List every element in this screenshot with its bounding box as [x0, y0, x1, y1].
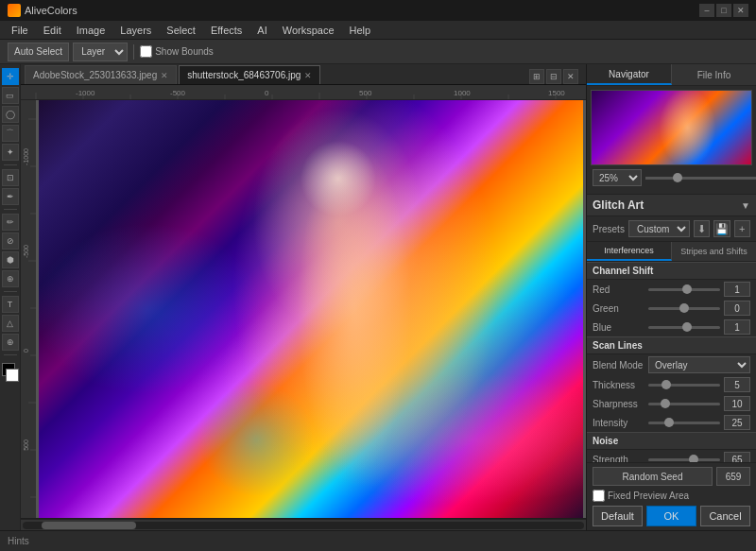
sub-tabs: Interferences Stripes and Shifts [587, 242, 756, 262]
svg-text:-500: -500 [170, 89, 186, 97]
intensity-param-row: Intensity [587, 413, 756, 432]
blend-mode-select[interactable]: Overlay Normal Multiply Screen Soft Ligh… [648, 356, 750, 373]
brush-tool[interactable]: ✏ [2, 214, 19, 231]
menu-file[interactable]: File [4, 23, 36, 38]
red-slider[interactable] [648, 288, 720, 291]
title-bar-controls: – □ ✕ [699, 4, 748, 17]
zoom-tool[interactable]: ⊕ [2, 334, 19, 351]
zoom-bar: 25% 50% 100% [591, 165, 752, 190]
auto-select-button[interactable]: Auto Select [8, 43, 69, 61]
horizontal-scrollbar[interactable] [21, 519, 586, 530]
svg-text:1500: 1500 [548, 89, 565, 97]
eyedropper-tool[interactable]: ✒ [2, 188, 19, 205]
sharpness-label: Sharpness [593, 399, 644, 409]
green-label: Green [593, 303, 644, 314]
tab-shutterstock-close[interactable]: ✕ [304, 71, 312, 80]
sharpness-value[interactable] [724, 396, 750, 411]
seed-value-input[interactable] [716, 467, 750, 486]
canvas-image[interactable] [39, 100, 583, 518]
tab-shutterstock[interactable]: shutterstock_68463706.jpg ✕ [179, 65, 320, 84]
zoom-select[interactable]: 25% 50% 100% [593, 169, 642, 186]
ok-button[interactable]: OK [646, 506, 696, 526]
bottom-buttons: Random Seed Fixed Preview Area Default O… [587, 462, 756, 530]
params-scroll[interactable]: Channel Shift Red Green Blue [587, 262, 756, 462]
green-value[interactable] [724, 301, 750, 316]
paint-bucket-tool[interactable]: ⬢ [2, 251, 19, 268]
sub-tab-interferences[interactable]: Interferences [587, 242, 672, 261]
show-bounds-checkbox[interactable]: Show Bounds [140, 45, 214, 58]
preset-save-button[interactable]: 💾 [713, 220, 730, 237]
svg-text:500: 500 [23, 439, 29, 451]
status-text: Hints [8, 536, 29, 546]
preset-add-button[interactable]: + [734, 220, 750, 237]
canvas-close-button[interactable]: ✕ [563, 69, 578, 84]
tabs-bar: AdobeStock_253013633.jpeg ✕ shutterstock… [21, 64, 586, 85]
move-tool[interactable]: ✛ [2, 68, 19, 85]
zoom-slider[interactable] [645, 177, 756, 180]
sharpness-slider[interactable] [648, 403, 720, 405]
menu-image[interactable]: Image [69, 23, 113, 38]
left-tools-panel: ✛ ▭ ◯ ⌒ ✦ ⊡ ✒ ✏ ⊘ ⬢ ⊕ T △ ⊕ [0, 64, 21, 530]
effect-expand-icon[interactable]: ▼ [741, 200, 750, 211]
svg-text:500: 500 [359, 89, 372, 97]
blue-param-row: Blue [587, 318, 756, 336]
scrollbar-thumb[interactable] [42, 522, 136, 529]
layer-select[interactable]: Layer Group [73, 43, 128, 61]
random-seed-button[interactable]: Random Seed [593, 467, 713, 486]
cancel-button[interactable]: Cancel [700, 506, 750, 526]
close-button[interactable]: ✕ [733, 4, 748, 17]
intensity-value[interactable] [724, 415, 750, 430]
action-buttons: Default OK Cancel [593, 506, 750, 526]
thickness-label: Thickness [593, 380, 644, 390]
shape-tool[interactable]: △ [2, 315, 19, 332]
strength-value[interactable] [724, 452, 750, 462]
show-bounds-input[interactable] [140, 45, 152, 58]
select-rect-tool[interactable]: ▭ [2, 87, 19, 104]
intensity-slider[interactable] [648, 422, 720, 424]
navigator-tab[interactable]: Navigator [587, 64, 672, 85]
fixed-preview-checkbox[interactable] [593, 490, 605, 502]
grid-view-button[interactable]: ⊞ [529, 69, 544, 84]
blue-value[interactable] [724, 319, 750, 335]
lasso-tool[interactable]: ⌒ [2, 125, 19, 142]
menu-bar: File Edit Image Layers Select Effects AI… [0, 21, 756, 40]
menu-layers[interactable]: Layers [112, 23, 159, 38]
pin-button[interactable]: ⊟ [546, 69, 561, 84]
magic-wand-tool[interactable]: ✦ [2, 144, 19, 161]
menu-select[interactable]: Select [159, 23, 203, 38]
select-ellipse-tool[interactable]: ◯ [2, 106, 19, 123]
thickness-slider[interactable] [648, 384, 720, 387]
menu-help[interactable]: Help [342, 23, 379, 38]
background-color[interactable] [6, 369, 19, 382]
noise-section: Noise [587, 432, 756, 450]
preset-download-button[interactable]: ⬇ [694, 220, 710, 237]
green-param-row: Green [587, 299, 756, 318]
effect-header: Glitch Art ▼ [587, 195, 756, 216]
default-button[interactable]: Default [593, 506, 643, 526]
tab-adobe[interactable]: AdobeStock_253013633.jpeg ✕ [25, 65, 177, 84]
navigator-content: 25% 50% 100% [587, 86, 756, 195]
thickness-value[interactable] [724, 377, 750, 392]
maximize-button[interactable]: □ [716, 4, 731, 17]
intensity-slider-wrap [648, 422, 720, 424]
green-slider[interactable] [648, 307, 720, 310]
canvas-area: AdobeStock_253013633.jpeg ✕ shutterstock… [21, 64, 586, 530]
minimize-button[interactable]: – [699, 4, 714, 17]
strength-slider[interactable] [648, 458, 720, 461]
blue-slider[interactable] [648, 326, 720, 329]
text-tool[interactable]: T [2, 296, 19, 313]
presets-select[interactable]: Custom [628, 220, 690, 237]
crop-tool[interactable]: ⊡ [2, 169, 19, 186]
menu-ai[interactable]: AI [249, 23, 274, 38]
eraser-tool[interactable]: ⊘ [2, 232, 19, 250]
clone-tool[interactable]: ⊕ [2, 270, 19, 287]
tab-adobe-close[interactable]: ✕ [161, 71, 168, 80]
menu-edit[interactable]: Edit [36, 23, 69, 38]
menu-effects[interactable]: Effects [203, 23, 249, 38]
file-info-tab[interactable]: File Info [672, 64, 756, 85]
tool-separator-3 [4, 291, 17, 292]
menu-workspace[interactable]: Workspace [275, 23, 342, 38]
tab-adobe-label: AdobeStock_253013633.jpeg [33, 70, 157, 80]
red-value[interactable] [724, 282, 750, 297]
sub-tab-stripes[interactable]: Stripes and Shifts [672, 242, 756, 261]
